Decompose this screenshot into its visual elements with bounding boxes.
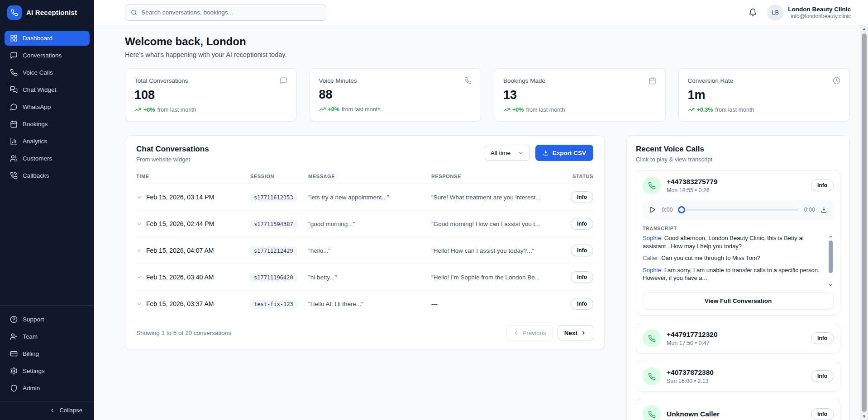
sidebar-item-chat-widget[interactable]: Chat Widget xyxy=(5,82,90,97)
scroll-up-icon[interactable] xyxy=(828,234,833,239)
sidebar-item-conversations[interactable]: Conversations xyxy=(5,48,90,63)
sidebar-item-customers[interactable]: Customers xyxy=(5,151,90,166)
call-info-button[interactable]: Info xyxy=(811,332,834,344)
phone-call-icon xyxy=(10,172,18,179)
user-plus-icon xyxy=(10,333,18,340)
table-row[interactable]: Feb 15, 2026, 02:44 PM s17711594387 "goo… xyxy=(136,210,593,237)
sidebar-item-analytics[interactable]: Analytics xyxy=(5,134,90,149)
slider-thumb[interactable] xyxy=(678,206,685,213)
scrollbar-thumb[interactable] xyxy=(862,33,867,412)
transcript-line: Caller: Can you cut me through to Miss T… xyxy=(643,254,824,262)
clock-icon xyxy=(833,77,840,85)
session-id-badge: s17711612353 xyxy=(250,193,297,202)
scroll-up-icon[interactable]: ▲ xyxy=(862,25,866,33)
scrollbar-thumb[interactable] xyxy=(829,241,833,273)
table-row[interactable]: Feb 15, 2026, 03:40 AM s17711196420 "hi … xyxy=(136,264,593,290)
voice-call-header[interactable]: Unknown Caller Info xyxy=(643,405,834,420)
search-input[interactable] xyxy=(141,9,320,16)
scroll-down-icon[interactable]: ▼ xyxy=(862,413,866,420)
row-info-button[interactable]: Info xyxy=(571,298,593,310)
recent-voice-calls-panel: Recent Voice Calls Click to play & view … xyxy=(626,135,850,420)
scroll-down-icon[interactable] xyxy=(828,283,833,288)
sidebar-nav: Dashboard Conversations Voice Calls Chat… xyxy=(0,25,94,183)
session-id-badge: s17711196420 xyxy=(250,273,297,282)
play-icon xyxy=(649,206,656,213)
avatar: LB xyxy=(767,5,783,21)
current-time: 0:00 xyxy=(662,207,672,213)
phone-icon xyxy=(643,405,661,420)
expand-row-chevron-down-icon[interactable] xyxy=(136,301,142,307)
download-icon xyxy=(820,207,827,213)
row-info-button[interactable]: Info xyxy=(571,245,593,256)
whatsapp-bubble-icon xyxy=(10,103,18,111)
transcript-box[interactable]: Sophie: Good afternoon, London Beauty Cl… xyxy=(643,234,834,288)
phone-icon xyxy=(643,176,661,194)
pagination-summary: Showing 1 to 5 of 20 conversations xyxy=(136,330,231,336)
voice-panel-subtitle: Click to play & view transcript xyxy=(636,156,840,163)
bell-icon xyxy=(749,8,757,17)
grid-icon xyxy=(10,34,18,42)
shield-icon xyxy=(10,384,18,392)
notifications-button[interactable] xyxy=(749,8,757,17)
calendar-icon xyxy=(10,120,18,128)
users-icon xyxy=(10,155,18,162)
collapse-sidebar-button[interactable]: Collapse xyxy=(0,401,94,420)
transcript-heading: TRANSCRIPT xyxy=(643,226,834,231)
time-filter-select[interactable]: All time xyxy=(485,145,530,161)
sidebar-item-settings[interactable]: Settings xyxy=(5,363,90,378)
transcript-scrollbar[interactable] xyxy=(827,234,834,288)
global-search[interactable] xyxy=(125,5,326,21)
expand-row-chevron-down-icon[interactable] xyxy=(136,194,142,200)
expand-row-chevron-down-icon[interactable] xyxy=(136,248,142,254)
account-menu[interactable]: LB London Beauty Clinic info@londonbeaut… xyxy=(767,5,851,21)
row-info-button[interactable]: Info xyxy=(571,218,593,230)
phone-icon xyxy=(464,77,472,84)
export-csv-button[interactable]: Export CSV xyxy=(535,145,593,161)
row-info-button[interactable]: Info xyxy=(571,271,593,283)
sidebar-item-bookings[interactable]: Bookings xyxy=(5,117,90,132)
table-row[interactable]: Feb 15, 2026, 03:37 AM test-fix-123 "Hel… xyxy=(136,290,593,317)
sidebar: AI Receptionist Dashboard Conversations … xyxy=(0,0,94,420)
table-row[interactable]: Feb 15, 2026, 04:07 AM s17711212429 "hel… xyxy=(136,237,593,264)
download-recording-button[interactable] xyxy=(820,207,827,213)
sidebar-item-billing[interactable]: Billing xyxy=(5,346,90,361)
trending-up-icon xyxy=(319,106,326,113)
sidebar-item-admin[interactable]: Admin xyxy=(5,381,90,396)
stat-value: 88 xyxy=(319,88,472,102)
previous-page-button[interactable]: Previous xyxy=(506,325,553,340)
call-info-button[interactable]: Info xyxy=(811,179,834,191)
call-info-button[interactable]: Info xyxy=(811,370,834,382)
stat-card-bookings-made: Bookings Made 13 +0% from last month xyxy=(494,68,666,122)
sidebar-item-voice-calls[interactable]: Voice Calls xyxy=(5,65,90,80)
seek-slider[interactable] xyxy=(678,206,798,213)
voice-call-header[interactable]: +447383275779 Mon 18:55 • 0:26 Info xyxy=(643,176,834,194)
page-subtitle: Here's what's happening with your AI rec… xyxy=(125,51,850,58)
stats-row: Total Conversations 108 +0% from last mo… xyxy=(125,68,850,122)
chevron-down-icon xyxy=(518,150,524,156)
table-row[interactable]: Feb 15, 2026, 03:14 PM s17711612353 "let… xyxy=(136,184,593,210)
chat-bubble-icon xyxy=(10,52,18,59)
call-number: Unknown Caller xyxy=(667,410,720,418)
voice-call-header[interactable]: +40737872380 Sun 16:00 • 2:13 Info xyxy=(643,367,834,385)
play-button[interactable] xyxy=(649,206,656,213)
expand-row-chevron-down-icon[interactable] xyxy=(136,221,142,227)
sidebar-item-team[interactable]: Team xyxy=(5,329,90,344)
credit-card-icon xyxy=(10,350,18,358)
phone-icon xyxy=(643,329,661,347)
next-page-button[interactable]: Next xyxy=(558,325,593,340)
account-email: info@londonbeauty.clinic xyxy=(788,13,851,19)
sidebar-item-callbacks[interactable]: Callbacks xyxy=(5,168,90,183)
call-meta: Sun 16:00 • 2:13 xyxy=(667,378,714,384)
stat-change: +0% xyxy=(512,107,524,113)
sidebar-item-dashboard[interactable]: Dashboard xyxy=(5,31,90,46)
gear-icon xyxy=(10,367,18,375)
call-info-button[interactable]: Info xyxy=(811,408,834,420)
sidebar-item-whatsapp[interactable]: WhatsApp xyxy=(5,99,90,114)
row-info-button[interactable]: Info xyxy=(571,191,593,203)
voice-call-header[interactable]: +447917712320 Mon 17:50 • 0:47 Info xyxy=(643,329,834,347)
page-scrollbar[interactable]: ▲ ▼ xyxy=(860,25,868,420)
expand-row-chevron-down-icon[interactable] xyxy=(136,274,142,280)
sidebar-item-support[interactable]: Support xyxy=(5,312,90,327)
view-full-conversation-button[interactable]: View Full Conversation xyxy=(643,293,834,309)
message-square-icon xyxy=(280,77,287,85)
